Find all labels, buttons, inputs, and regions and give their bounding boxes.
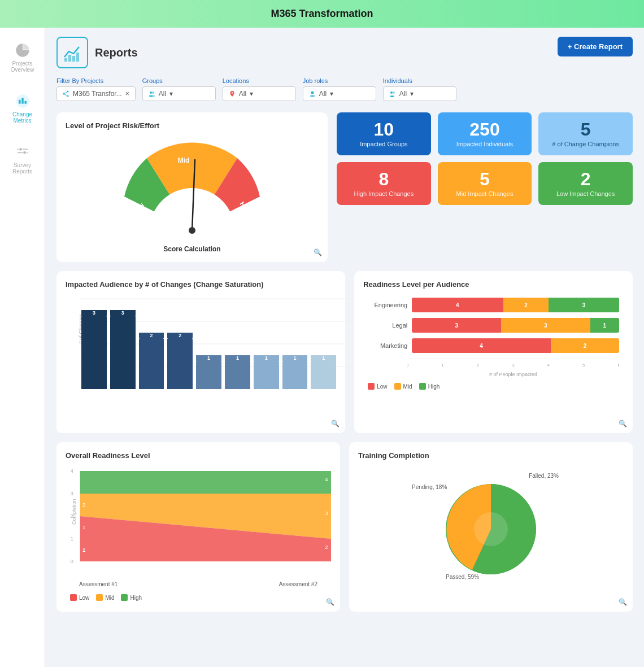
filter-projects-input[interactable]: M365 Transfor... × bbox=[56, 86, 136, 101]
pie-label-pending: Pending, 18% bbox=[412, 484, 447, 490]
filter-jobroles-select[interactable]: All ▾ bbox=[303, 86, 376, 101]
overall-readiness-title: Overall Readiness Level bbox=[66, 451, 331, 460]
xlabel-legal: Legal bbox=[81, 390, 107, 424]
svg-rect-3 bbox=[24, 101, 27, 104]
xlabel-research: Research bbox=[167, 390, 193, 424]
xlabel-attorney: Attorney bbox=[254, 390, 279, 424]
filter-label-individuals: Individuals bbox=[383, 77, 456, 84]
bar-chart-icon bbox=[15, 93, 31, 109]
svg-text:0: 0 bbox=[71, 559, 73, 564]
filter-locations-select[interactable]: All ▾ bbox=[223, 86, 296, 101]
legend-dot-mid bbox=[394, 383, 401, 390]
readiness-bars-marketing: 4 2 bbox=[412, 338, 619, 353]
readiness-label-marketing: Marketing bbox=[368, 342, 407, 349]
svg-rect-8 bbox=[64, 58, 67, 62]
stats-area: 10 Impacted Groups 250 Impacted Individu… bbox=[337, 112, 633, 262]
overall-readiness-card: Overall Readiness Level 4 3 2 1 0 bbox=[56, 442, 340, 612]
svg-rect-2 bbox=[21, 98, 24, 104]
bar-group-research: 2 bbox=[167, 333, 193, 389]
seg-legal-mid: 3 bbox=[501, 318, 590, 333]
pie-wrap: Failed, 23% Pending, 18% Passed, 59% bbox=[440, 478, 542, 580]
create-report-label: + Create Report bbox=[568, 42, 623, 51]
readiness-legend: Low Mid High bbox=[363, 383, 624, 390]
seg-marketing-mid: 2 bbox=[551, 338, 619, 353]
svg-point-20 bbox=[151, 95, 155, 97]
bar-research bbox=[167, 338, 193, 389]
reports-icon bbox=[62, 42, 82, 63]
middle-dashboard-row: Impacted Audience by # of Changes (Chang… bbox=[56, 271, 633, 433]
xlabel-pm: Product Management bbox=[110, 390, 136, 424]
svg-text:High: High bbox=[238, 200, 254, 217]
reports-title-area: Reports bbox=[56, 37, 138, 68]
legend-label-mid: Mid bbox=[403, 383, 412, 390]
svg-text:4: 4 bbox=[547, 363, 550, 368]
gauge-magnify-icon[interactable]: 🔍 bbox=[314, 249, 322, 256]
sidebar-item-survey[interactable]: Survey Reports bbox=[0, 141, 45, 178]
legend-label-high: High bbox=[428, 383, 440, 390]
seg-marketing-low: 4 bbox=[412, 338, 551, 353]
overall-magnify-icon[interactable]: 🔍 bbox=[326, 598, 334, 606]
project-tag-remove[interactable]: × bbox=[125, 90, 129, 98]
bar-marketing bbox=[311, 361, 336, 389]
legend-dot-high bbox=[419, 383, 426, 390]
svg-point-29 bbox=[189, 227, 195, 234]
svg-text:4: 4 bbox=[71, 468, 73, 474]
audience-magnify-icon[interactable]: 🔍 bbox=[331, 420, 340, 428]
bottom-stat-row: 8 High Impact Changes 5 Mid Impact Chang… bbox=[337, 162, 633, 205]
svg-text:0: 0 bbox=[407, 363, 409, 368]
location-icon bbox=[229, 90, 236, 97]
readiness-label-legal: Legal bbox=[368, 322, 407, 329]
pie-passed-label: Passed, 59% bbox=[446, 574, 479, 580]
filter-jobroles-value: All bbox=[319, 90, 327, 98]
stat-mid-impact-number: 5 bbox=[480, 170, 490, 188]
filter-group-groups: Groups All ▾ bbox=[142, 77, 216, 101]
svg-point-18 bbox=[152, 91, 154, 94]
sidebar-label-survey: Survey Reports bbox=[3, 162, 41, 175]
filter-groups-select[interactable]: All ▾ bbox=[142, 86, 216, 101]
svg-text:1: 1 bbox=[82, 525, 85, 530]
stat-change-champions-label: # of Change Champions bbox=[552, 141, 619, 147]
training-completion-card: Training Completion bbox=[349, 442, 633, 612]
bar-group-hr: 2 bbox=[139, 333, 164, 389]
filter-group-locations: Locations All ▾ bbox=[223, 77, 296, 101]
svg-text:3: 3 bbox=[325, 511, 328, 516]
overall-legend-high: High bbox=[121, 594, 142, 601]
svg-point-6 bbox=[19, 147, 22, 151]
readiness-magnify-icon[interactable]: 🔍 bbox=[619, 420, 627, 428]
filter-label-projects: Filter By Projects bbox=[56, 77, 136, 84]
create-report-button[interactable]: + Create Report bbox=[558, 37, 633, 56]
sliders-icon bbox=[15, 144, 31, 160]
readiness-x-axis-svg: 0 1 2 3 4 5 6 bbox=[407, 359, 619, 370]
stat-mid-impact-label: Mid Impact Changes bbox=[456, 190, 514, 197]
gauge-container: Low Mid High Score Calculation bbox=[66, 134, 319, 253]
sidebar-item-projects[interactable]: Projects Overview bbox=[0, 39, 45, 76]
filter-label-groups: Groups bbox=[142, 77, 216, 84]
training-magnify-icon[interactable]: 🔍 bbox=[619, 598, 627, 606]
svg-rect-11 bbox=[76, 53, 79, 62]
filter-individuals-select[interactable]: All ▾ bbox=[383, 86, 456, 101]
overall-readiness-legend: Low Mid High bbox=[66, 594, 331, 601]
legend-mid: Mid bbox=[394, 383, 412, 390]
stat-impacted-groups-label: Impacted Groups bbox=[360, 141, 407, 147]
stat-impacted-individuals-label: Impacted Individuals bbox=[456, 141, 513, 147]
stat-low-impact-number: 2 bbox=[581, 170, 591, 188]
reports-title: Reports bbox=[95, 46, 138, 59]
bar-benefits bbox=[225, 361, 250, 389]
svg-point-23 bbox=[310, 95, 315, 97]
svg-text:Mid: Mid bbox=[178, 156, 190, 164]
seg-legal-high: 1 bbox=[590, 318, 619, 333]
pie-svg bbox=[440, 478, 542, 580]
app-title: M365 Transformation bbox=[271, 8, 373, 19]
stat-impacted-individuals: 250 Impacted Individuals bbox=[438, 112, 532, 155]
svg-text:3: 3 bbox=[512, 363, 515, 368]
readiness-card: Readiness Level per Audience Engineering… bbox=[354, 271, 633, 433]
sidebar-item-change-metrics[interactable]: Change Metrics bbox=[0, 90, 45, 127]
impacted-audience-title: Impacted Audience by # of Changes (Chang… bbox=[66, 280, 336, 289]
seg-legal-low: 3 bbox=[412, 318, 501, 333]
content-area: Reports + Create Report Filter By Projec… bbox=[45, 28, 644, 667]
chevron-down-icon: ▾ bbox=[169, 90, 173, 98]
svg-point-22 bbox=[311, 91, 314, 94]
filter-label-locations: Locations bbox=[223, 77, 296, 84]
filter-locations-value: All bbox=[239, 90, 246, 98]
legend-high: High bbox=[419, 383, 440, 390]
